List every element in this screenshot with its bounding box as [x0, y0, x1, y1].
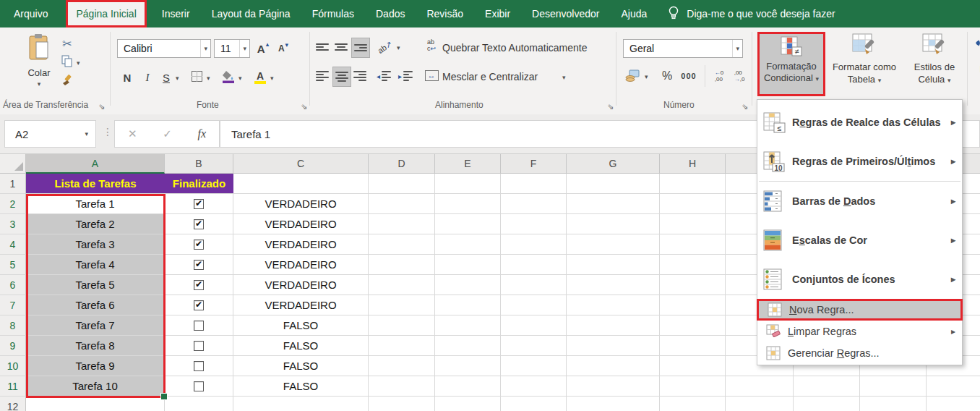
- empty-cell[interactable]: [567, 376, 660, 397]
- empty-cell[interactable]: [660, 174, 726, 194]
- empty-cell[interactable]: [369, 397, 435, 411]
- merge-center-label[interactable]: Mesclar e Centralizar: [442, 71, 538, 82]
- tab-arquivo[interactable]: Arquivo: [0, 0, 61, 27]
- checkbox[interactable]: [194, 199, 204, 209]
- empty-cell[interactable]: [435, 356, 501, 376]
- cell-b4[interactable]: [165, 234, 233, 255]
- row-header-2[interactable]: 2: [0, 194, 26, 214]
- empty-cell[interactable]: [726, 376, 794, 397]
- column-header-a[interactable]: A: [26, 154, 165, 174]
- empty-cell[interactable]: [660, 356, 726, 376]
- comma-style-button[interactable]: 000: [678, 67, 700, 85]
- cell-a9[interactable]: Tarefa 8: [26, 336, 165, 356]
- cell-b7[interactable]: [165, 295, 233, 315]
- fill-handle[interactable]: [160, 393, 168, 400]
- empty-cell[interactable]: [369, 234, 435, 255]
- empty-cell[interactable]: [501, 275, 567, 295]
- cell-c11[interactable]: FALSO: [233, 376, 369, 397]
- cell-b12[interactable]: [165, 397, 233, 411]
- insert-cells-button[interactable]: Ins: [971, 33, 980, 75]
- checkbox[interactable]: [194, 260, 204, 270]
- borders-caret[interactable]: ▾: [207, 75, 210, 82]
- checkbox[interactable]: [194, 341, 204, 351]
- empty-cell[interactable]: [369, 356, 435, 376]
- cut-button[interactable]: ✂: [59, 36, 75, 51]
- cell-a12[interactable]: [26, 397, 165, 411]
- row-header-5[interactable]: 5: [0, 255, 26, 275]
- underline-button[interactable]: S: [158, 68, 175, 87]
- empty-cell[interactable]: [435, 275, 501, 295]
- borders-button[interactable]: [188, 68, 205, 87]
- increase-decimal-button[interactable]: ←0,00: [710, 67, 728, 85]
- font-name-combo[interactable]: Calibri ▾: [117, 39, 211, 58]
- tab-dados[interactable]: Dados: [365, 0, 416, 27]
- empty-cell[interactable]: [726, 397, 794, 411]
- cell-a4[interactable]: Tarefa 3: [26, 234, 165, 255]
- cell-b1-title[interactable]: Finalizado: [165, 174, 233, 194]
- empty-cell[interactable]: [435, 174, 501, 194]
- checkbox[interactable]: [194, 240, 204, 250]
- menu-item-clear-rules[interactable]: Limpar Regras ▸: [757, 321, 962, 342]
- menu-item-new-rule[interactable]: Nova Regra...: [757, 299, 963, 321]
- column-header-c[interactable]: C: [233, 154, 369, 174]
- align-center-button[interactable]: [332, 67, 351, 87]
- empty-cell[interactable]: [369, 275, 435, 295]
- accounting-caret[interactable]: ▾: [645, 74, 648, 80]
- empty-cell[interactable]: [567, 214, 660, 234]
- empty-cell[interactable]: [369, 336, 435, 356]
- top-align-button[interactable]: [314, 38, 331, 56]
- font-color-caret[interactable]: ▾: [270, 75, 274, 82]
- select-all-corner[interactable]: [0, 154, 26, 174]
- checkbox[interactable]: [194, 219, 204, 229]
- cell-c4[interactable]: VERDADEIRO: [233, 234, 369, 255]
- format-painter-button[interactable]: [59, 74, 75, 88]
- wrap-text-button[interactable]: abc↩: [424, 36, 439, 55]
- conditional-formatting-button[interactable]: ≠ Formatação Condicional ▾: [757, 32, 825, 96]
- empty-cell[interactable]: [567, 255, 660, 275]
- align-left-button[interactable]: [314, 67, 331, 85]
- enter-check-icon[interactable]: ✓: [163, 127, 172, 140]
- empty-cell[interactable]: [435, 255, 501, 275]
- empty-cell[interactable]: [369, 214, 435, 234]
- column-header-h[interactable]: H: [660, 154, 726, 174]
- font-name-caret[interactable]: ▾: [200, 40, 210, 57]
- cell-a7[interactable]: Tarefa 6: [26, 295, 165, 315]
- empty-cell[interactable]: [435, 315, 501, 336]
- middle-align-button[interactable]: [332, 38, 350, 56]
- cell-c9[interactable]: FALSO: [233, 336, 369, 356]
- empty-cell[interactable]: [501, 255, 567, 275]
- empty-cell[interactable]: [567, 336, 660, 356]
- number-dialog-launcher-icon[interactable]: ⇘: [742, 103, 748, 111]
- cell-a11[interactable]: Tarefa 10: [26, 376, 165, 397]
- fill-color-button[interactable]: [220, 68, 237, 87]
- decrease-indent-button[interactable]: ◂: [374, 67, 393, 85]
- paste-dropdown-caret[interactable]: ▾: [38, 81, 41, 88]
- cell-a5[interactable]: Tarefa 4: [26, 255, 165, 275]
- empty-cell[interactable]: [860, 376, 927, 397]
- cell-a1-title[interactable]: Lista de Tarefas: [26, 174, 165, 194]
- decrease-decimal-button[interactable]: ,00→,0: [730, 67, 749, 85]
- merge-center-button[interactable]: ↔: [424, 68, 439, 82]
- cell-a2-active[interactable]: Tarefa 1: [26, 194, 165, 214]
- cell-c8[interactable]: FALSO: [233, 315, 369, 336]
- row-header-6[interactable]: 6: [0, 275, 26, 295]
- fill-color-caret[interactable]: ▾: [238, 75, 242, 82]
- clipboard-dialog-launcher-icon[interactable]: ⇘: [98, 103, 105, 111]
- empty-cell[interactable]: [369, 315, 435, 336]
- align-right-button[interactable]: [351, 67, 369, 85]
- name-box[interactable]: A2 ▾: [4, 120, 96, 148]
- empty-cell[interactable]: [660, 214, 726, 234]
- menu-item-manage-rules[interactable]: Gerenciar Regras...: [757, 342, 962, 364]
- font-color-button[interactable]: A: [252, 68, 269, 87]
- empty-cell[interactable]: [501, 174, 567, 194]
- bold-button[interactable]: N: [119, 68, 136, 87]
- column-header-f[interactable]: F: [501, 154, 567, 174]
- empty-cell[interactable]: [794, 397, 860, 411]
- cell-a8[interactable]: Tarefa 7: [26, 315, 165, 336]
- empty-cell[interactable]: [660, 194, 726, 214]
- tab-formulas[interactable]: Fórmulas: [301, 0, 365, 27]
- cell-a6[interactable]: Tarefa 5: [26, 275, 165, 295]
- cell-b9[interactable]: [165, 336, 233, 356]
- paste-button[interactable]: Colar ▾: [19, 33, 59, 88]
- empty-cell[interactable]: [567, 194, 660, 214]
